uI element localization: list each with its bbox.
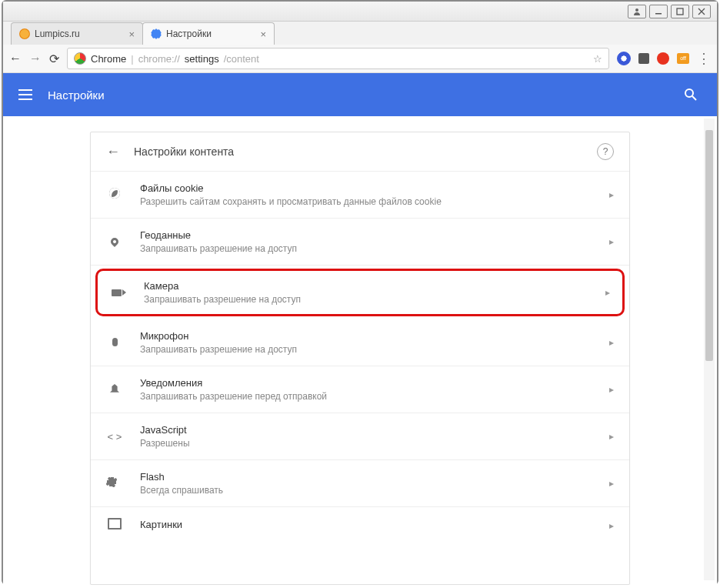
tab-lumpics[interactable]: Lumpics.ru × [11,22,143,45]
row-subtitle: Разрешены [140,438,602,449]
row-microphone[interactable]: Микрофон Запрашивать разрешение на досту… [91,319,629,366]
reload-button[interactable]: ⟳ [49,52,59,66]
row-subtitle: Запрашивать разрешение на доступ [140,243,602,254]
url-path: /content [224,53,259,65]
scrollbar-thumb[interactable] [705,130,713,361]
gear-icon [151,28,162,39]
row-javascript[interactable]: < > JavaScript Разрешены ▸ [91,413,629,460]
row-title: Файлы cookie [140,182,602,194]
separator: | [131,53,133,65]
row-images[interactable]: Картинки ▸ [91,507,629,530]
row-cookies[interactable]: Файлы cookie Разрешить сайтам сохранять … [91,172,629,219]
row-subtitle: Запрашивать разрешение на доступ [144,294,598,305]
chrome-icon [74,52,86,65]
chrome-label: Chrome [91,53,126,65]
forward-button[interactable]: → [29,52,42,65]
user-button[interactable] [628,5,646,18]
row-title: Уведомления [140,377,602,389]
extension-icons: off ⋮ [617,50,711,67]
chevron-right-icon: ▸ [609,520,614,531]
row-subtitle: Запрашивать разрешение на доступ [140,344,602,355]
chevron-right-icon: ▸ [609,337,614,348]
close-icon[interactable]: × [260,28,266,40]
row-title: Flash [140,471,602,483]
content-settings-panel: ← Настройки контента ? Файлы cookie Разр… [90,132,630,585]
menu-icon[interactable]: ⋮ [697,50,711,67]
ext-icon-1[interactable] [638,53,649,64]
ext-icon-2[interactable]: off [677,53,689,64]
camera-icon [110,286,127,299]
tab-label: Lumpics.ru [35,28,80,39]
row-title: Картинки [140,519,602,530]
scrollbar[interactable] [704,119,715,580]
row-title: Геоданные [140,229,602,241]
svg-point-0 [635,8,638,12]
bell-icon [106,383,123,396]
row-notifications[interactable]: Уведомления Запрашивать разрешение перед… [91,366,629,413]
tab-favicon-lumpics [19,28,30,39]
close-icon[interactable]: × [128,28,135,40]
chevron-right-icon: ▸ [609,478,614,489]
chevron-right-icon: ▸ [609,384,614,395]
svg-line-4 [692,96,696,100]
row-subtitle: Запрашивать разрешение перед отправкой [140,391,602,402]
svg-rect-1 [655,13,662,15]
address-bar[interactable]: Chrome | chrome://settings/content ☆ [67,48,609,69]
content-area: ← Настройки контента ? Файлы cookie Разр… [3,116,717,585]
panel-title: Настройки контента [134,145,234,158]
globe-icon[interactable] [617,52,631,65]
search-icon[interactable] [684,88,698,102]
puzzle-icon [106,477,123,489]
menu-button[interactable] [18,89,32,100]
back-button[interactable]: ← [9,52,22,65]
browser-toolbar: ← → ⟳ Chrome | chrome://settings/content… [3,45,717,73]
page-title: Настройки [48,89,105,102]
settings-header: Настройки [3,73,717,116]
location-icon [106,235,123,249]
highlighted-row: Камера Запрашивать разрешение на доступ … [95,269,625,316]
code-icon: < > [106,431,123,443]
star-icon[interactable]: ☆ [593,53,602,65]
tab-label: Настройки [166,28,212,39]
tab-settings[interactable]: Настройки × [142,22,275,45]
chevron-right-icon: ▸ [609,189,614,200]
row-title: Микрофон [140,330,602,342]
row-title: JavaScript [140,424,602,436]
row-location[interactable]: Геоданные Запрашивать разрешение на дост… [91,219,629,266]
back-arrow-icon[interactable]: ← [106,144,120,160]
mic-icon [106,336,123,349]
url-host: settings [185,53,219,65]
window-frame: Lumpics.ru × Настройки × ← → ⟳ Chrome | … [2,0,718,585]
minimize-button[interactable] [649,5,668,18]
help-icon[interactable]: ? [597,143,614,160]
row-title: Камера [144,280,598,292]
chevron-right-icon: ▸ [605,287,610,298]
row-subtitle: Разрешить сайтам сохранять и просматрива… [140,196,602,207]
svg-point-3 [685,89,693,97]
cookie-icon [106,188,123,202]
row-flash[interactable]: Flash Всегда спрашивать ▸ [91,460,629,507]
row-subtitle: Всегда спрашивать [140,485,602,496]
row-camera[interactable]: Камера Запрашивать разрешение на доступ … [98,271,622,314]
opera-icon[interactable] [657,52,669,65]
url-scheme: chrome:// [138,53,180,65]
chevron-right-icon: ▸ [609,431,614,442]
tab-strip: Lumpics.ru × Настройки × [3,22,717,45]
os-titlebar [3,2,717,22]
svg-rect-2 [677,8,683,15]
panel-header: ← Настройки контента ? [91,132,629,172]
chevron-right-icon: ▸ [609,236,614,247]
image-icon [106,518,123,530]
maximize-button[interactable] [671,5,689,18]
close-button[interactable] [692,5,711,18]
